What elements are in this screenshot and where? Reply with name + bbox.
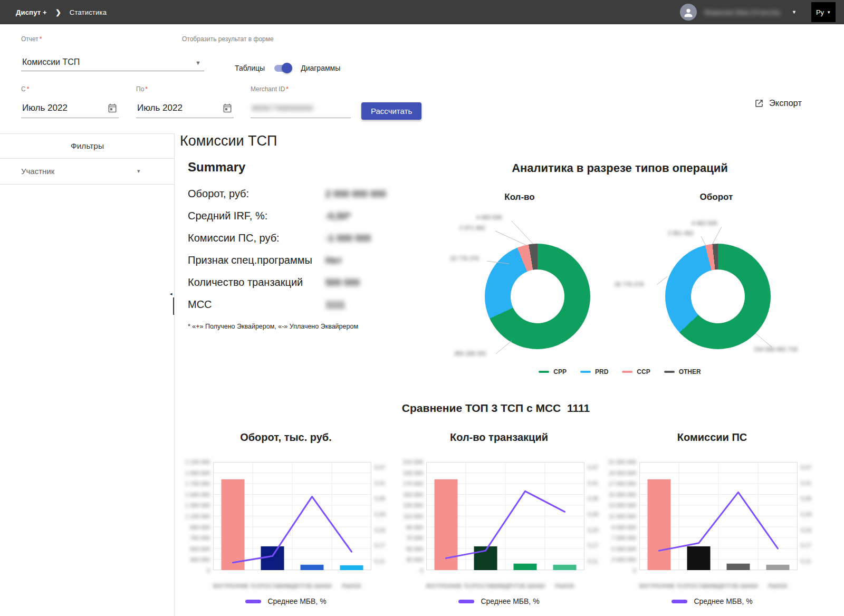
toggle-diagrams-label[interactable]: Диаграммы bbox=[301, 64, 340, 72]
y-axis-tick-label: 0,41 bbox=[588, 480, 598, 486]
chart-title: Кол-во транзакций bbox=[394, 431, 605, 444]
donut-ring[interactable] bbox=[665, 244, 771, 349]
topbar-right: Фамилия Имя Отчество ▼ Ру ▼ bbox=[680, 0, 844, 24]
y-axis-tick-label: 110 000 bbox=[404, 513, 423, 519]
summary-row-label: Комиссии ПС, руб: bbox=[188, 232, 280, 244]
toggle-tables-label[interactable]: Таблицы bbox=[235, 64, 265, 72]
y-axis-tick-label: 0,47 bbox=[375, 464, 385, 470]
chart-fees: Комиссии ПС 21 000 00019 000 00017 000 0… bbox=[607, 431, 818, 616]
donut-callout-cpp: 365 336 331 bbox=[454, 350, 486, 357]
y-axis-tick-label: 0,29 bbox=[588, 511, 598, 517]
legend-item-ccp[interactable]: CCP bbox=[622, 368, 650, 376]
y-axis-tick-label: 90 000 bbox=[406, 524, 423, 531]
bar-line-plot[interactable] bbox=[639, 462, 798, 570]
y-axis-tick-label: 70 000 bbox=[406, 535, 423, 541]
y-axis-tick-label: 0,47 bbox=[588, 464, 598, 470]
chevron-down-icon: ▼ bbox=[195, 60, 201, 66]
legend-item-prd[interactable]: PRD bbox=[580, 368, 608, 376]
summary-row-value: 2 000 000 000 bbox=[325, 189, 386, 200]
breadcrumb-statistics[interactable]: Статистика bbox=[70, 8, 107, 16]
donut-callout-prd: 26 776 278 bbox=[615, 281, 644, 287]
summary-row-value: Нет bbox=[325, 255, 342, 266]
y2-axis: 0,470,410,350,290,230,170,11 bbox=[801, 464, 818, 564]
donut-count-subtitle: Кол-во bbox=[467, 192, 572, 203]
report-select[interactable]: Комиссии ТСП ▼ bbox=[21, 54, 204, 71]
x-axis-label: РЫНОК bbox=[545, 583, 584, 589]
summary-row-label: МСС bbox=[188, 299, 212, 311]
x-axis: ВНУТРЕННИЕ ТСПСОПОСТАВИМЫЕ ТСПДРУГИЕ БАН… bbox=[213, 583, 371, 589]
y-axis-tick-label: 0,47 bbox=[801, 464, 811, 470]
display-mode-switch[interactable] bbox=[273, 63, 292, 73]
calculate-button[interactable]: Рассчитать bbox=[361, 102, 421, 120]
y-axis-tick-label: 13 000 000 bbox=[608, 502, 636, 508]
merchant-id-value: 90067789000000 bbox=[251, 100, 351, 116]
avatar[interactable] bbox=[680, 4, 697, 21]
legend-label: CCP bbox=[637, 368, 650, 376]
language-label: Ру bbox=[816, 8, 824, 16]
y-axis-tick-label: 0,35 bbox=[588, 495, 598, 502]
legend-dash bbox=[580, 371, 591, 373]
sidebar-item-participant[interactable]: Участник ▾ bbox=[0, 159, 175, 185]
y-axis-tick-label: 0,11 bbox=[801, 558, 811, 564]
filters-title: Фильтры bbox=[0, 133, 175, 159]
legend-label: Среднее МБВ, % bbox=[481, 597, 539, 605]
panel-resize-handle[interactable] bbox=[173, 297, 174, 315]
y-axis-tick-label: 19 000 000 bbox=[608, 470, 636, 476]
x-axis-label: ДРУГИЕ БАНКИ bbox=[718, 583, 758, 589]
required-asterisk: * bbox=[286, 85, 289, 93]
breadcrumb-dispute[interactable]: Диспут + bbox=[16, 8, 47, 16]
y-axis-tick-label: 21 000 000 bbox=[608, 459, 636, 465]
y-axis-tick-label: 9 000 000 bbox=[611, 524, 636, 531]
y-axis-tick-label: 0,11 bbox=[375, 558, 385, 564]
export-button[interactable]: Экспорт bbox=[754, 98, 802, 108]
y-axis-tick-label: 300 000 bbox=[190, 556, 210, 563]
report-label: Отчет* bbox=[21, 35, 42, 43]
y-axis-tick-label: 7 000 000 bbox=[611, 535, 636, 541]
y2-axis: 0,470,410,350,290,230,170,11 bbox=[588, 464, 605, 564]
y-axis-tick-label: 1 900 000 bbox=[185, 470, 210, 476]
y-axis-tick-label: 17 000 000 bbox=[608, 480, 636, 487]
chevron-down-icon[interactable]: ▼ bbox=[792, 9, 797, 15]
y-axis-tick-label: 1 500 000 bbox=[185, 492, 210, 498]
bar-line-plot[interactable] bbox=[426, 462, 584, 570]
bar-line-plot[interactable] bbox=[213, 462, 371, 570]
y-axis-tick-label: 1 100 000 bbox=[185, 513, 210, 519]
y-axis-tick-label: 700 000 bbox=[190, 535, 210, 541]
chart-title: Комиссии ПС bbox=[607, 431, 818, 444]
date-to-input[interactable]: Июль 2022 bbox=[136, 100, 234, 118]
y-axis-tick-label: 0 bbox=[207, 567, 210, 574]
legend-dash bbox=[672, 600, 687, 603]
y-axis-tick-label: 0,41 bbox=[801, 480, 811, 486]
calendar-icon[interactable] bbox=[222, 103, 233, 116]
y-axis-tick-label: 3 000 000 bbox=[611, 556, 636, 563]
donut-chart-count: 4 460 505 2 971 462 23 776 276 365 336 3… bbox=[443, 207, 638, 389]
summary-row-label: Количество транзакций bbox=[188, 276, 303, 288]
x-axis-label: РЫНОК bbox=[758, 583, 798, 589]
line-legend: Среднее МБВ, % bbox=[394, 597, 605, 605]
legend-item-cpp[interactable]: CPP bbox=[539, 368, 567, 376]
legend-label: Среднее МБВ, % bbox=[267, 597, 326, 605]
merchant-id-input[interactable]: 90067789000000 bbox=[251, 100, 351, 118]
summary-row-label: Средний IRF, %: bbox=[188, 210, 267, 222]
date-from-input[interactable]: Июль 2022 bbox=[21, 100, 119, 118]
donut-callout-other: 4 462 505 bbox=[692, 220, 717, 226]
y-axis-tick-label: 0 bbox=[633, 567, 636, 574]
language-selector[interactable]: Ру ▼ bbox=[811, 2, 836, 22]
legend-item-other[interactable]: OTHER bbox=[664, 368, 701, 376]
page-title: Комиссии ТСП bbox=[180, 133, 277, 149]
y-axis-tick-label: 150 000 bbox=[403, 492, 423, 498]
y2-axis: 0,470,410,350,290,230,170,11 bbox=[375, 464, 391, 564]
display-mode-toggle-row: Таблицы Диаграммы bbox=[235, 63, 340, 73]
chart-transactions: Кол-во транзакций 210 000190 000170 0001… bbox=[394, 431, 605, 616]
collapse-panel-icon[interactable]: ◂ bbox=[170, 291, 172, 296]
legend-dash bbox=[664, 371, 675, 373]
report-select-value: Комиссии ТСП bbox=[21, 54, 204, 70]
y-axis-tick-label: 0,23 bbox=[801, 527, 811, 533]
y-axis-tick-label: 15 000 000 bbox=[608, 492, 636, 498]
y-axis: 2 100 0001 900 0001 700 0001 500 0001 30… bbox=[180, 459, 210, 574]
calendar-icon[interactable] bbox=[107, 103, 118, 116]
donut-ring[interactable] bbox=[485, 244, 590, 349]
required-asterisk: * bbox=[27, 85, 30, 93]
legend-label: OTHER bbox=[679, 368, 701, 376]
legend-dash bbox=[622, 371, 632, 373]
